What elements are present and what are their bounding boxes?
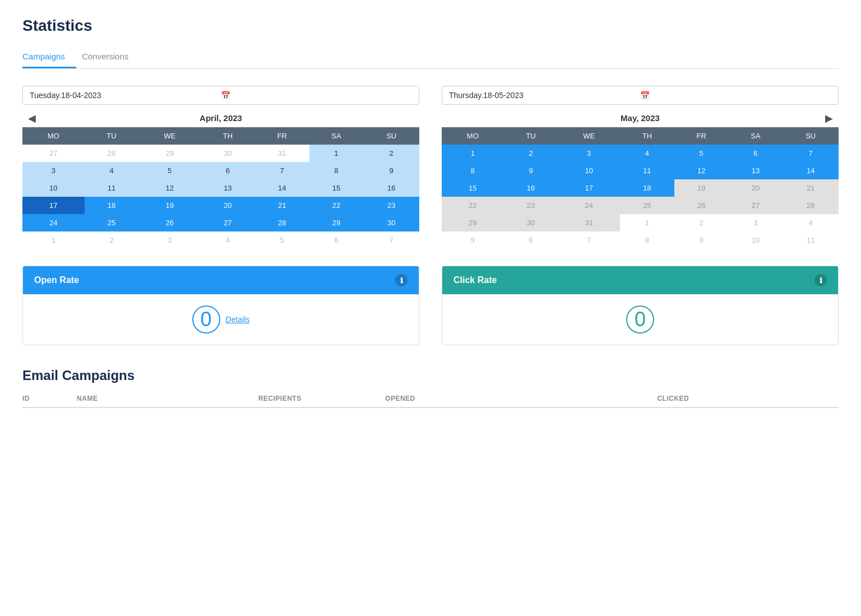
col-name: NAME [77, 395, 258, 402]
calendar-day[interactable]: 19 [138, 197, 201, 214]
calendar-day[interactable]: 5 [674, 145, 729, 162]
calendar-day[interactable]: 3 [22, 162, 85, 179]
weekday-header: SA [729, 127, 783, 145]
calendar-day[interactable]: 21 [783, 179, 839, 197]
calendar-week-row: 22232425262728 [442, 197, 839, 214]
calendar-day[interactable]: 11 [620, 162, 674, 179]
calendar-day[interactable]: 31 [255, 145, 309, 162]
calendar-day[interactable]: 30 [201, 145, 255, 162]
calendar-day[interactable]: 24 [22, 214, 85, 231]
calendar-day[interactable]: 27 [729, 197, 783, 214]
calendar-to-icon[interactable]: 📅 [640, 91, 831, 100]
calendar-from-icon[interactable]: 📅 [221, 91, 412, 100]
calendar-day[interactable]: 22 [309, 197, 364, 214]
calendar-day[interactable]: 13 [729, 162, 783, 179]
calendar-day[interactable]: 11 [783, 231, 839, 249]
calendar-day[interactable]: 5 [138, 162, 201, 179]
tab-campaigns[interactable]: Campaigns [22, 46, 76, 68]
date-to-input[interactable]: Thursday.18-05-2023 📅 [442, 86, 839, 105]
calendar-day[interactable]: 1 [620, 214, 674, 231]
calendar-day[interactable]: 23 [363, 197, 419, 214]
calendar-day[interactable]: 2 [504, 145, 558, 162]
calendar-day[interactable]: 6 [729, 145, 783, 162]
calendar-day[interactable]: 25 [85, 214, 139, 231]
calendar-day[interactable]: 6 [504, 231, 558, 249]
calendar-day[interactable]: 27 [22, 145, 85, 162]
calendar-day[interactable]: 13 [201, 179, 255, 197]
calendar-day[interactable]: 15 [309, 179, 364, 197]
calendar-day[interactable]: 21 [255, 197, 309, 214]
calendar-day[interactable]: 3 [558, 145, 620, 162]
calendar-day[interactable]: 7 [255, 162, 309, 179]
next-month-button[interactable]: ▶ [820, 110, 839, 127]
calendar-day[interactable]: 28 [783, 197, 839, 214]
calendar-day[interactable]: 6 [309, 231, 364, 249]
calendar-day[interactable]: 14 [783, 162, 839, 179]
calendar-day[interactable]: 14 [255, 179, 309, 197]
calendar-day[interactable]: 4 [620, 145, 674, 162]
calendar-day[interactable]: 10 [558, 162, 620, 179]
calendar-day[interactable]: 18 [620, 179, 674, 197]
calendar-day[interactable]: 5 [442, 231, 504, 249]
calendar-day[interactable]: 5 [255, 231, 309, 249]
calendar-day[interactable]: 3 [138, 231, 201, 249]
calendar-day[interactable]: 4 [201, 231, 255, 249]
calendar-day[interactable]: 7 [783, 145, 839, 162]
calendar-day[interactable]: 1 [309, 145, 364, 162]
calendar-day[interactable]: 22 [442, 197, 504, 214]
calendar-day[interactable]: 26 [674, 197, 729, 214]
calendar-day[interactable]: 2 [363, 145, 419, 162]
calendar-day[interactable]: 20 [729, 179, 783, 197]
calendar-day[interactable]: 8 [309, 162, 364, 179]
calendar-day[interactable]: 23 [504, 197, 558, 214]
calendar-day[interactable]: 12 [674, 162, 729, 179]
open-rate-card: Open Rate ℹ 0 Details [22, 266, 419, 345]
calendar-day[interactable]: 16 [363, 179, 419, 197]
calendar-day[interactable]: 26 [138, 214, 201, 231]
prev-month-button[interactable]: ◀ [22, 110, 41, 127]
calendar-day[interactable]: 1 [442, 145, 504, 162]
calendar-day[interactable]: 9 [504, 162, 558, 179]
open-rate-info-icon[interactable]: ℹ [395, 274, 408, 286]
calendar-day[interactable]: 12 [138, 179, 201, 197]
calendar-day[interactable]: 28 [255, 214, 309, 231]
date-from-input[interactable]: Tuesday.18-04-2023 📅 [22, 86, 419, 105]
calendar-day[interactable]: 24 [558, 197, 620, 214]
calendar-day[interactable]: 15 [442, 179, 504, 197]
calendar-day[interactable]: 29 [138, 145, 201, 162]
calendar-day[interactable]: 7 [363, 231, 419, 249]
calendar-day[interactable]: 17 [558, 179, 620, 197]
calendar-day[interactable]: 30 [363, 214, 419, 231]
calendar-day[interactable]: 9 [363, 162, 419, 179]
calendar-day[interactable]: 20 [201, 197, 255, 214]
calendar-day[interactable]: 30 [504, 214, 558, 231]
calendar-day[interactable]: 11 [85, 179, 139, 197]
calendar-day[interactable]: 18 [85, 197, 139, 214]
calendar-week-row: 272829303112 [22, 145, 419, 162]
calendar-day[interactable]: 31 [558, 214, 620, 231]
calendar-day[interactable]: 1 [22, 231, 85, 249]
open-rate-details-link[interactable]: Details [226, 315, 250, 324]
calendar-day[interactable]: 19 [674, 179, 729, 197]
calendar-day[interactable]: 17 [22, 197, 85, 214]
calendar-day[interactable]: 6 [201, 162, 255, 179]
calendar-day[interactable]: 25 [620, 197, 674, 214]
calendar-day[interactable]: 29 [309, 214, 364, 231]
calendar-day[interactable]: 3 [729, 214, 783, 231]
calendar-day[interactable]: 16 [504, 179, 558, 197]
calendar-day[interactable]: 9 [674, 231, 729, 249]
calendar-day[interactable]: 29 [442, 214, 504, 231]
calendar-day[interactable]: 4 [783, 214, 839, 231]
calendar-day[interactable]: 28 [85, 145, 139, 162]
calendar-day[interactable]: 10 [729, 231, 783, 249]
calendar-day[interactable]: 7 [558, 231, 620, 249]
tab-conversions[interactable]: Conversions [82, 46, 140, 68]
click-rate-info-icon[interactable]: ℹ [814, 274, 827, 286]
calendar-day[interactable]: 27 [201, 214, 255, 231]
calendar-day[interactable]: 4 [85, 162, 139, 179]
calendar-day[interactable]: 8 [442, 162, 504, 179]
calendar-day[interactable]: 10 [22, 179, 85, 197]
calendar-day[interactable]: 2 [674, 214, 729, 231]
calendar-day[interactable]: 8 [620, 231, 674, 249]
calendar-day[interactable]: 2 [85, 231, 139, 249]
